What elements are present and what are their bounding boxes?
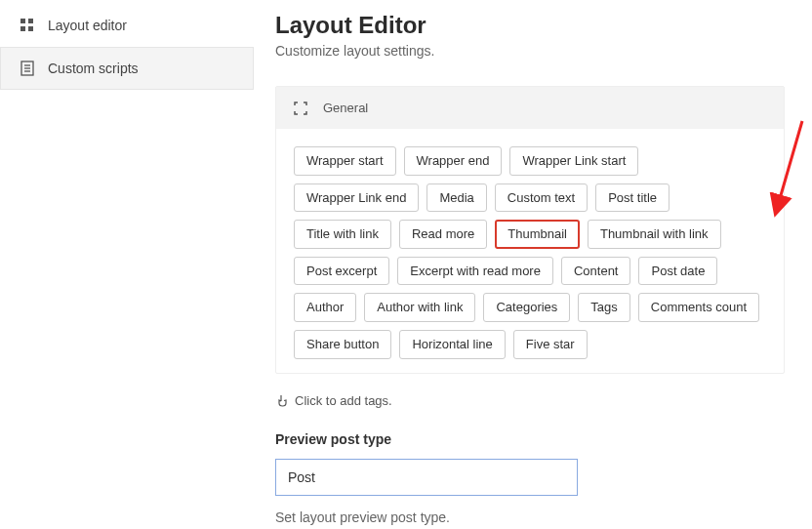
svg-rect-1 [28,19,33,23]
tag-button[interactable]: Custom text [495,183,588,213]
tag-button[interactable]: Wrapper Link end [294,183,419,213]
tag-button[interactable]: Tags [578,293,629,322]
tag-button[interactable]: Title with link [294,220,391,249]
svg-rect-0 [20,19,25,23]
page-subtitle: Customize layout settings. [275,43,785,59]
sidebar-item-label: Layout editor [48,18,127,33]
tag-button[interactable]: Author with link [364,293,475,322]
svg-rect-3 [28,26,33,31]
select-value: Post [288,469,315,485]
tag-button[interactable]: Post excerpt [294,257,389,286]
hint-text: Click to add tags. [295,393,392,408]
tag-button[interactable]: Wrapper Link start [509,146,638,176]
tag-button[interactable]: Share button [294,330,391,359]
tag-button[interactable]: Thumbnail with link [588,220,721,249]
svg-rect-2 [20,26,25,31]
expand-icon [294,102,307,115]
preview-label: Preview post type [275,431,785,447]
tag-button[interactable]: Excerpt with read more [397,257,553,286]
panel-header[interactable]: General [276,87,784,129]
main-content: Layout Editor Customize layout settings.… [254,0,812,529]
tag-button[interactable]: Post date [638,257,717,286]
page-title: Layout Editor [275,12,785,39]
tag-button[interactable]: Horizontal line [399,330,505,359]
tag-button[interactable]: Wrapper start [294,146,396,176]
preview-post-type-select[interactable]: Post [275,459,578,496]
tag-button[interactable]: Comments count [638,293,759,322]
tag-button[interactable]: Five star [513,330,588,359]
tag-button[interactable]: Author [294,293,356,322]
tag-button[interactable]: Read more [399,220,487,249]
hint-row: Click to add tags. [275,393,785,408]
tag-button[interactable]: Thumbnail [495,220,580,249]
tag-button[interactable]: Media [426,183,486,213]
pointer-icon [275,393,289,407]
clipboard-icon [19,60,36,77]
sidebar-item-layout-editor[interactable]: Layout editor [0,4,254,47]
tag-button[interactable]: Categories [483,293,570,322]
panel-header-label: General [323,101,368,115]
tag-button[interactable]: Content [561,257,631,286]
tags-panel: General Wrapper startWrapper endWrapper … [275,86,785,374]
sidebar-item-label: Custom scripts [48,61,139,76]
grid-icon [19,17,36,34]
tags-container: Wrapper startWrapper endWrapper Link sta… [276,129,784,373]
preview-description: Set layout preview post type. [275,509,785,525]
tag-button[interactable]: Wrapper end [404,146,503,176]
sidebar-item-custom-scripts[interactable]: Custom scripts [0,47,254,90]
tag-button[interactable]: Post title [595,183,670,213]
sidebar: Layout editor Custom scripts [0,0,254,529]
